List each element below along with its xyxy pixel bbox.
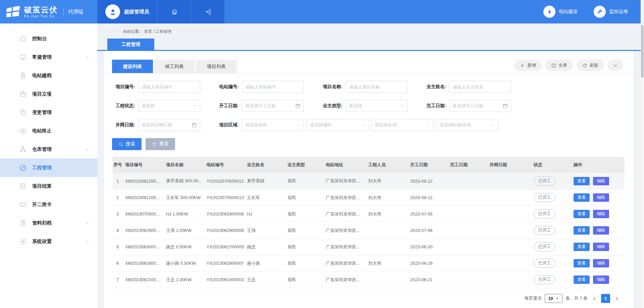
page-title-tab[interactable]: 工程管理 [107,39,154,50]
edit-button[interactable]: 编辑 [593,177,609,185]
prev-page-button[interactable]: ‹ [591,295,598,302]
cell-finish_date [447,222,487,239]
view-button[interactable]: 查看 [574,210,590,218]
monitor-ops-button[interactable]: 监控运维 [594,0,628,23]
project-no-input[interactable] [138,81,200,93]
station-no-input[interactable] [242,81,304,93]
cell-no: 4 [113,222,122,239]
logout-icon [205,8,211,15]
finish-date-picker[interactable]: 请选择完工日期 [449,100,511,112]
brand[interactable]: 破茧云伏 Po Jian Yun Fu 代理端 [0,0,97,23]
cell-status: 已开工 [531,173,571,189]
search-icon-host [118,142,123,147]
edit-button[interactable]: 编辑 [593,226,609,235]
cell-engineer [366,271,408,288]
user-menu[interactable]: 超级管理员 [97,0,157,23]
sidebar-item-project-settlement[interactable]: 项目结算 [0,177,97,195]
cell-status: 已开工 [531,222,571,239]
cell-grid_date [487,255,531,271]
table-row: 4XM2023062900...王强 1.00KWYX2023062900008… [113,222,625,239]
cell-no: 2 [113,189,122,206]
sidebar-item-data-archive[interactable]: 资料归档 [0,214,97,232]
sidebar-item-label: 工程管理 [32,165,90,171]
region-province-select[interactable]: 请选择省份 [242,119,304,131]
per-page-select[interactable]: 10 [545,294,562,303]
cell-station_no: YX2023062800006 [204,206,245,222]
filter-row: 项目编号:电站编号:项目名称:业主姓名: [112,81,633,93]
cell-owner_name: 姚忠 [244,239,285,255]
refresh-button[interactable]: 刷新 [576,60,604,71]
column-header: 完工日期 [447,157,487,173]
sidebar-item-change-management[interactable]: 变更管理 [0,103,97,122]
sidebar-item-station-termination[interactable]: 电站终止 [0,122,97,140]
tab-completed-list[interactable]: 竣工列表 [154,60,195,73]
add-button[interactable]: 新增 [514,60,542,71]
refresh-button-label: 刷新 [590,62,598,68]
sidebar-item-warehouse-management[interactable]: 仓库管理 [0,140,97,159]
scrollbar-thumb[interactable] [641,25,644,78]
edit-button[interactable]: 编辑 [593,259,609,267]
edit-button[interactable]: 编辑 [593,193,609,202]
caret-icon-host [555,297,559,300]
sidebar-item-general-management[interactable]: 常规管理 [0,48,97,66]
status-badge: 已开工 [534,242,556,251]
cell-finish_date [447,189,487,206]
pagination: 每页显示 10 条, 共 7 条 ‹ 1 › [104,288,633,303]
avatar [105,4,120,19]
next-page-button[interactable]: › [613,295,621,302]
view-button[interactable]: 查看 [574,226,590,235]
breadcrumb-prefix: 当前位置： [123,29,143,34]
cell-station_no: YX2023061000003 [204,271,245,288]
reset-button[interactable]: 重置 [146,138,175,150]
project-status-select[interactable]: 请选择 [138,100,200,112]
view-button[interactable]: 查看 [574,275,590,284]
sidebar-item-label: 资料归档 [32,220,86,226]
edit-button[interactable]: 编辑 [593,243,609,251]
sidebar-item-station-archive[interactable]: 电站建档 [0,66,97,85]
brand-text: 破茧云伏 Po Jian Yun Fu [24,5,58,18]
edit-button[interactable]: 编辑 [593,210,609,218]
table-row: 1XM2023081200...美学基础 300.00...YX20230705… [113,173,625,189]
region-county-select[interactable]: 请选择县/区 [371,119,433,131]
project-name-input[interactable] [345,81,408,93]
sidebar-item-console[interactable]: 控制台 [0,29,97,48]
sidebar: 控制台常规管理电站建档项目立项变更管理电站终止仓库管理工程管理项目结算开二类卡资… [0,23,97,308]
region-city-select[interactable]: 请选择城市 [307,119,369,131]
select-placeholder: 请选择村镇/街道 [439,122,471,128]
view-button[interactable]: 查看 [574,193,590,202]
page-1-button[interactable]: 1 [601,294,610,303]
tab-project-list[interactable]: 项目列表 [196,60,237,73]
fullscreen-button[interactable]: 全屏 [545,60,573,71]
home-button[interactable] [157,0,191,23]
start-date-picker[interactable]: 请选择开工日期 [242,100,304,112]
sidebar-item-system-settings[interactable]: 系统设置 [0,232,97,251]
cell-start_date: 2023-07-06 [408,222,447,239]
sidebar-item-project-initiation[interactable]: 项目立项 [0,85,97,103]
tab-build-list[interactable]: 建设列表 [112,60,153,73]
view-button[interactable]: 查看 [574,243,590,251]
cell-engineer [366,239,408,255]
sidebar-item-second-class-card[interactable]: 开二类卡 [0,195,97,214]
calendar-icon [192,122,197,128]
cell-owner_name: 王长军 [244,189,285,206]
breadcrumb-path[interactable]: 首页 / 工程管理 [144,29,171,34]
cell-owner_type: 居民 [285,189,323,206]
table-row: 5XM2023063000...姚忠 0.50KWYX2023062700005… [113,239,625,255]
scrollbar[interactable] [641,0,644,308]
cell-owner_type: 居民 [285,222,323,239]
owner-name-input[interactable] [449,81,511,93]
collapse-button[interactable] [607,60,623,71]
search-button[interactable]: 搜索 [112,138,142,150]
view-button[interactable]: 查看 [574,177,590,185]
station-build-button[interactable]: 电站建设 [543,0,578,23]
grid-date-picker[interactable]: 请选择并网日期 [138,119,200,131]
tabs-row: 建设列表竣工列表项目列表 新增 全屏 刷新 [104,51,633,73]
cell-start_date: 2023-08-12 [408,189,447,206]
owner-type-select[interactable]: 请选择 [345,100,408,112]
edit-button[interactable]: 编辑 [593,275,609,284]
sidebar-item-engineering-management[interactable]: 工程管理 [0,159,97,177]
status-badge: 已开工 [534,193,556,202]
logout-button[interactable] [191,0,224,23]
region-town-select[interactable]: 请选择村镇/街道 [436,119,498,131]
view-button[interactable]: 查看 [574,259,590,267]
